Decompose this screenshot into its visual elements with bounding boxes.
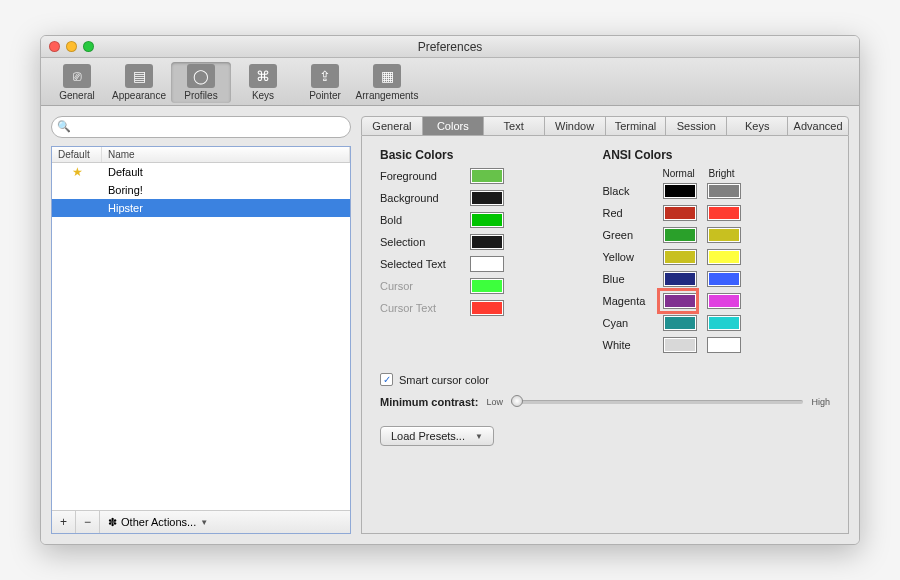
basic-color-label: Cursor Text [380, 302, 470, 314]
titlebar: Preferences [41, 36, 859, 58]
toolbar-label: Appearance [112, 90, 166, 101]
tab-general[interactable]: General [362, 117, 423, 135]
toolbar-arrangements[interactable]: ▦Arrangements [357, 62, 417, 103]
tab-session[interactable]: Session [666, 117, 727, 135]
color-swatch[interactable] [470, 234, 504, 250]
pointer-icon: ⇪ [311, 64, 339, 88]
load-presets-row: Load Presets... ▼ [380, 426, 830, 446]
ansi-bright-swatch[interactable] [707, 205, 741, 221]
profile-name: Default [102, 166, 350, 178]
ansi-bright-swatch[interactable] [707, 337, 741, 353]
toolbar-label: Profiles [184, 90, 217, 101]
ansi-normal-swatch[interactable] [663, 205, 697, 221]
basic-color-row: Selection [380, 234, 573, 250]
preferences-window: Preferences ⎚General▤Appearance◯Profiles… [40, 35, 860, 545]
ansi-bright-swatch[interactable] [707, 271, 741, 287]
ansi-color-row: Yellow [603, 249, 831, 265]
load-presets-button[interactable]: Load Presets... ▼ [380, 426, 494, 446]
profile-list-header: Default Name [52, 147, 350, 163]
arrangements-icon: ▦ [373, 64, 401, 88]
ansi-colors-section: ANSI Colors Normal Bright BlackRedGreenY… [603, 148, 831, 359]
col-name[interactable]: Name [102, 147, 350, 162]
keys-icon: ⌘ [249, 64, 277, 88]
ansi-normal-swatch[interactable] [663, 227, 697, 243]
toolbar-label: Keys [252, 90, 274, 101]
basic-color-row: Selected Text [380, 256, 573, 272]
basic-color-label: Background [380, 192, 470, 204]
other-actions-dropdown[interactable]: ✽ Other Actions... ▼ [100, 511, 350, 533]
search-input[interactable] [51, 116, 351, 138]
chevron-down-icon: ▼ [200, 518, 208, 527]
profile-row[interactable]: Hipster [52, 199, 350, 217]
ansi-bright-swatch[interactable] [707, 315, 741, 331]
settings-tabs: GeneralColorsTextWindowTerminalSessionKe… [361, 116, 849, 136]
toolbar-appearance[interactable]: ▤Appearance [109, 62, 169, 103]
ansi-colors-title: ANSI Colors [603, 148, 831, 162]
contrast-high: High [811, 397, 830, 407]
tab-window[interactable]: Window [545, 117, 606, 135]
gear-icon: ✽ [108, 516, 117, 529]
smart-cursor-checkbox[interactable]: ✓ [380, 373, 393, 386]
appearance-icon: ▤ [125, 64, 153, 88]
basic-color-label: Foreground [380, 170, 470, 182]
load-presets-label: Load Presets... [391, 430, 465, 442]
basic-color-row: Bold [380, 212, 573, 228]
ansi-normal-swatch[interactable] [663, 315, 697, 331]
ansi-bright-swatch[interactable] [707, 183, 741, 199]
ansi-color-label: White [603, 339, 663, 351]
ansi-color-label: Cyan [603, 317, 663, 329]
basic-color-row: Cursor Text [380, 300, 573, 316]
ansi-normal-swatch[interactable] [663, 271, 697, 287]
color-swatch[interactable] [470, 168, 504, 184]
smart-cursor-row: ✓ Smart cursor color [380, 373, 830, 386]
window-title: Preferences [41, 40, 859, 54]
tab-advanced[interactable]: Advanced [788, 117, 848, 135]
main-toolbar: ⎚General▤Appearance◯Profiles⌘Keys⇪Pointe… [41, 58, 859, 106]
left-pane: 🔍 Default Name ★DefaultBoring!Hipster + … [51, 116, 351, 534]
ansi-color-label: Blue [603, 273, 663, 285]
profile-row[interactable]: ★Default [52, 163, 350, 181]
tab-colors[interactable]: Colors [423, 117, 484, 135]
ansi-color-row: Green [603, 227, 831, 243]
basic-color-label: Selection [380, 236, 470, 248]
right-pane: GeneralColorsTextWindowTerminalSessionKe… [361, 116, 849, 534]
toolbar-label: Pointer [309, 90, 341, 101]
col-default[interactable]: Default [52, 147, 102, 162]
ansi-color-row: White [603, 337, 831, 353]
contrast-label: Minimum contrast: [380, 396, 478, 408]
ansi-color-row: Red [603, 205, 831, 221]
add-profile-button[interactable]: + [52, 511, 76, 533]
ansi-color-row: Blue [603, 271, 831, 287]
ansi-header: Normal Bright [603, 168, 831, 179]
color-swatch[interactable] [470, 212, 504, 228]
profiles-icon: ◯ [187, 64, 215, 88]
color-swatch[interactable] [470, 300, 504, 316]
tab-text[interactable]: Text [484, 117, 545, 135]
tab-terminal[interactable]: Terminal [606, 117, 667, 135]
ansi-normal-swatch[interactable] [663, 249, 697, 265]
ansi-color-row: Cyan [603, 315, 831, 331]
toolbar-profiles[interactable]: ◯Profiles [171, 62, 231, 103]
body: 🔍 Default Name ★DefaultBoring!Hipster + … [41, 106, 859, 544]
ansi-bright-swatch[interactable] [707, 293, 741, 309]
toolbar-general[interactable]: ⎚General [47, 62, 107, 103]
ansi-normal-swatch[interactable] [663, 337, 697, 353]
profile-name: Boring! [102, 184, 350, 196]
color-swatch[interactable] [470, 190, 504, 206]
toolbar-keys[interactable]: ⌘Keys [233, 62, 293, 103]
smart-cursor-label: Smart cursor color [399, 374, 489, 386]
slider-thumb[interactable] [511, 395, 523, 407]
color-swatch[interactable] [470, 256, 504, 272]
ansi-bright-swatch[interactable] [707, 227, 741, 243]
remove-profile-button[interactable]: − [76, 511, 100, 533]
color-swatch[interactable] [470, 278, 504, 294]
basic-color-label: Bold [380, 214, 470, 226]
contrast-slider[interactable] [511, 400, 804, 404]
highlight-box [657, 288, 699, 314]
ansi-bright-swatch[interactable] [707, 249, 741, 265]
ansi-normal-swatch[interactable] [663, 183, 697, 199]
profile-row[interactable]: Boring! [52, 181, 350, 199]
basic-color-row: Cursor [380, 278, 573, 294]
tab-keys[interactable]: Keys [727, 117, 788, 135]
toolbar-pointer[interactable]: ⇪Pointer [295, 62, 355, 103]
